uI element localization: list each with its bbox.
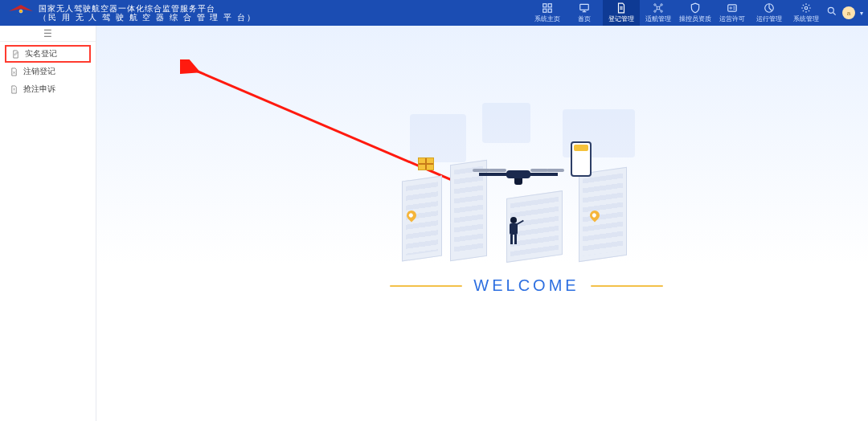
svg-rect-3 [543, 9, 547, 12]
sidebar-item-appeal[interactable]: 抢注申诉 [5, 80, 91, 98]
svg-point-7 [661, 4, 662, 6]
nav-label: 运营许可 [719, 14, 745, 23]
id-card-icon [727, 2, 738, 14]
logo-emblem-icon [8, 3, 34, 22]
brand-title-line1: 国家无人驾驶航空器一体化综合监管服务平台 [39, 4, 256, 13]
nav-label: 系统主页 [534, 14, 560, 23]
document-icon [616, 2, 627, 14]
nav-label: 系统管理 [793, 14, 819, 23]
nav-label: 登记管理 [608, 14, 634, 23]
nav-registration[interactable]: 登记管理 [603, 0, 640, 26]
welcome-text: WELCOME [473, 276, 579, 295]
welcome-row: WELCOME [378, 276, 675, 295]
sidebar-item-label: 实名登记 [25, 48, 57, 59]
svg-point-15 [828, 7, 833, 13]
radar-icon [764, 2, 775, 14]
sidebar-item-label: 注销登记 [23, 66, 55, 77]
nav-ops-management[interactable]: 运行管理 [751, 0, 788, 26]
svg-point-8 [654, 10, 656, 12]
grid-icon [542, 2, 553, 14]
nav-home[interactable]: 首页 [566, 0, 603, 26]
main-content: WELCOME [96, 26, 868, 421]
svg-rect-2 [548, 4, 551, 7]
person-icon [506, 217, 521, 244]
nav-airworthiness[interactable]: 适航管理 [640, 0, 677, 26]
document-alert-icon [10, 85, 18, 94]
sidebar: ☰ 实名登记 注销登记 抢注申诉 [0, 26, 96, 421]
search-icon[interactable] [826, 6, 837, 20]
svg-point-12 [730, 7, 731, 9]
sidebar-item-deregistration[interactable]: 注销登记 [5, 63, 91, 80]
nav-system-management[interactable]: 系统管理 [788, 0, 825, 26]
drone-illustration-icon [474, 162, 563, 186]
brand-block: 国家无人驾驶航空器一体化综合监管服务平台 （民 用 无 人 驾 驶 航 空 器 … [8, 3, 256, 22]
header-bar: 国家无人驾驶航空器一体化综合监管服务平台 （民 用 无 人 驾 驶 航 空 器 … [0, 0, 868, 26]
shield-icon [690, 2, 701, 14]
svg-point-14 [805, 6, 808, 10]
sidebar-collapse-button[interactable]: ☰ [0, 26, 96, 42]
svg-point-0 [19, 10, 23, 13]
svg-point-9 [661, 10, 662, 12]
chevron-down-icon[interactable]: ▾ [860, 10, 863, 17]
gift-box-icon [418, 157, 434, 170]
svg-rect-5 [580, 4, 589, 10]
brand-title-line2: （民 用 无 人 驾 驶 航 空 器 综 合 管 理 平 台） [39, 13, 256, 22]
svg-rect-1 [543, 4, 547, 7]
header-right: a ▾ [826, 0, 863, 26]
drone-icon [653, 2, 664, 14]
svg-point-6 [654, 4, 656, 6]
nav-operating-license[interactable]: 运营许可 [714, 0, 751, 26]
hamburger-icon: ☰ [43, 28, 52, 39]
document-edit-icon [11, 50, 20, 59]
sidebar-item-realname-registration[interactable]: 实名登记 [5, 45, 91, 63]
nav-label: 适航管理 [645, 14, 671, 23]
svg-rect-10 [657, 6, 660, 10]
nav-system-home[interactable]: 系统主页 [529, 0, 566, 26]
top-nav: 系统主页 首页 登记管理 适航管理 操控员资质 运营许可 运行管理 系统管理 [529, 0, 825, 26]
welcome-illustration [402, 114, 651, 275]
svg-rect-11 [728, 5, 737, 11]
document-x-icon [10, 67, 18, 76]
svg-rect-4 [548, 9, 551, 12]
smartphone-icon [571, 141, 592, 177]
nav-operator-qual[interactable]: 操控员资质 [677, 0, 714, 26]
divider-right [591, 285, 663, 287]
divider-left [390, 285, 462, 287]
sidebar-item-label: 抢注申诉 [23, 84, 55, 95]
gear-icon [800, 2, 812, 14]
nav-label: 首页 [578, 14, 591, 23]
nav-label: 操控员资质 [679, 14, 711, 23]
user-avatar[interactable]: a [842, 6, 855, 19]
monitor-icon [579, 2, 590, 14]
nav-label: 运行管理 [756, 14, 782, 23]
